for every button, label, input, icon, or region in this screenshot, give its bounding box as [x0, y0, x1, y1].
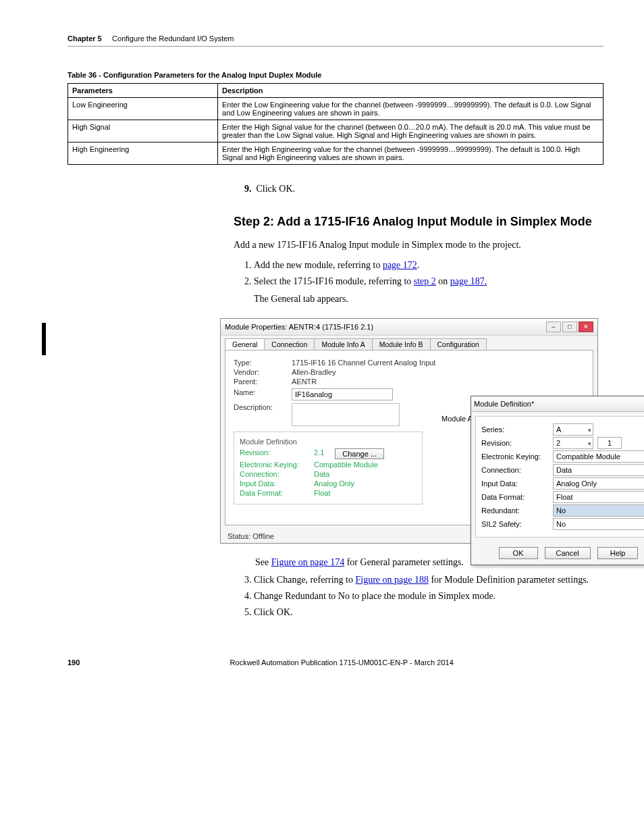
input-data-value: Analog Only: [314, 479, 354, 488]
ek-value: Compatible Module: [314, 461, 378, 469]
step-2-pre: Select the 1715-IF16 module, referring t…: [254, 276, 414, 286]
link-figure-174[interactable]: Figure on page 174: [271, 557, 344, 567]
tab-configuration[interactable]: Configuration: [430, 338, 487, 350]
page-footer: 190 Rockwell Automation Publication 1715…: [68, 658, 603, 667]
td-param: Low Engineering: [68, 98, 218, 120]
step-5-text: Click OK.: [254, 607, 293, 617]
td-param: High Engineering: [68, 142, 218, 165]
ek-combo[interactable]: Compatible Module: [553, 450, 644, 463]
td-desc: Enter the High Engineering value for the…: [218, 142, 603, 165]
popup-input-data-label: Input Data:: [481, 479, 549, 488]
table-row: High Engineering Enter the High Engineer…: [68, 142, 603, 165]
popup-title: Module Definition*: [474, 400, 534, 408]
name-field[interactable]: [292, 388, 393, 400]
series-combo[interactable]: A: [553, 423, 593, 436]
parent-value: AENTR: [292, 377, 317, 386]
popup-revision-label: Revision:: [481, 439, 549, 447]
step-3-post: for Module Definition parameter settings…: [429, 575, 589, 585]
description-field[interactable]: [292, 403, 400, 426]
tab-module-info-b[interactable]: Module Info B: [372, 338, 431, 350]
data-format-value: Float: [314, 489, 330, 497]
td-desc: Enter the High Signal value for the chan…: [218, 120, 603, 142]
vendor-value: Allen-Bradley: [292, 368, 336, 376]
list-item: Click Change, referring to Figure on pag…: [254, 575, 603, 585]
th-description: Description: [218, 84, 603, 98]
tab-connection[interactable]: Connection: [264, 338, 315, 350]
popup-ek-label: Electronic Keying:: [481, 452, 549, 461]
ek-label: Electronic Keying:: [240, 461, 314, 469]
tab-general[interactable]: General: [225, 338, 265, 350]
module-definition-popup: Module Definition* ✕ Series:A Revision:2…: [471, 396, 644, 565]
tab-module-info-a[interactable]: Module Info A: [314, 338, 372, 350]
data-format-combo[interactable]: Float: [553, 491, 644, 503]
change-button[interactable]: Change ...: [335, 448, 384, 459]
tab-strip: General Connection Module Info A Module …: [221, 336, 597, 350]
moddef-group-title: Module Definition: [240, 438, 417, 446]
step-1-post: .: [417, 260, 420, 270]
type-value: 1715-IF16 16 Channel Current Analog Inpu…: [292, 359, 435, 367]
link-page-172[interactable]: page 172: [383, 260, 417, 270]
cancel-button[interactable]: Cancel: [545, 547, 591, 559]
td-param: High Signal: [68, 120, 218, 142]
general-tab-appears: The General tab appears.: [254, 294, 603, 305]
module-properties-dialog: Module Properties: AENTR:4 (1715-IF16 2.…: [220, 318, 598, 544]
revision-minor-spinner[interactable]: 1: [597, 437, 622, 449]
series-label: Series:: [481, 425, 549, 434]
list-item: Change Redundant to No to place the modu…: [254, 591, 603, 602]
link-figure-188[interactable]: Figure on page 188: [355, 575, 428, 585]
list-item: Click OK.: [254, 607, 603, 618]
sil2-combo[interactable]: No: [553, 518, 644, 530]
vendor-label: Vendor:: [234, 368, 292, 376]
step-4-text: Change Redundant to No to place the modu…: [254, 591, 495, 601]
parent-label: Parent:: [234, 377, 292, 386]
chapter-label: Chapter 5: [68, 34, 102, 43]
parameters-table: Parameters Description Low Engineering E…: [68, 83, 603, 165]
module-definition-group: Module Definition Revision:2.1Change ...…: [234, 432, 423, 504]
revision-major-combo[interactable]: 2: [553, 437, 593, 449]
help-button[interactable]: Help: [597, 547, 639, 559]
step-2-mid: on: [436, 276, 450, 286]
step-9-num: 9.: [244, 184, 252, 194]
maximize-button[interactable]: □: [562, 321, 577, 332]
td-desc: Enter the Low Engineering value for the …: [218, 98, 603, 120]
section-heading: Step 2: Add a 1715-IF16 Analog Input Mod…: [234, 215, 603, 229]
list-item: Add the new module, referring to page 17…: [254, 260, 603, 271]
chapter-title: Configure the Redundant I/O System: [112, 34, 234, 43]
ok-button[interactable]: OK: [499, 547, 538, 559]
step-1-pre: Add the new module, referring to: [254, 260, 383, 270]
popup-data-format-label: Data Format:: [481, 493, 549, 501]
page-header: Chapter 5 Configure the Redundant I/O Sy…: [68, 34, 603, 47]
section-intro: Add a new 1715-IF16 Analog Input module …: [234, 240, 603, 251]
redundant-label: Redundant:: [481, 506, 549, 515]
link-page-187[interactable]: page 187.: [450, 276, 487, 286]
input-data-label: Input Data:: [240, 479, 314, 488]
connection-value: Data: [314, 470, 329, 478]
data-format-label: Data Format:: [240, 489, 314, 497]
publication-info: Rockwell Automation Publication 1715-UM0…: [230, 658, 454, 667]
revision-value: 2.1: [314, 448, 324, 459]
step-3-pre: Click Change, referring to: [254, 575, 355, 585]
connection-label: Connection:: [240, 470, 314, 478]
revision-label: Revision:: [240, 448, 314, 459]
name-label: Name:: [234, 388, 292, 400]
input-data-combo[interactable]: Analog Only: [553, 477, 644, 490]
th-parameters: Parameters: [68, 84, 218, 98]
minimize-button[interactable]: –: [546, 321, 561, 332]
revision-bar: [42, 323, 46, 355]
redundant-combo[interactable]: No: [553, 504, 644, 517]
close-button[interactable]: ✕: [579, 321, 593, 332]
type-label: Type:: [234, 359, 292, 367]
connection-combo[interactable]: Data: [553, 464, 644, 476]
step-9: 9. Click OK.: [244, 184, 603, 194]
step-9-text: Click OK.: [257, 184, 296, 194]
table-row: High Signal Enter the High Signal value …: [68, 120, 603, 142]
table-row: Low Engineering Enter the Low Engineerin…: [68, 98, 603, 120]
description-label: Description:: [234, 403, 292, 411]
dialog-title: Module Properties: AENTR:4 (1715-IF16 2.…: [225, 323, 373, 331]
link-step-2[interactable]: step 2: [414, 276, 436, 286]
sil2-label: SIL2 Safety:: [481, 520, 549, 528]
page-number: 190: [68, 658, 80, 667]
popup-connection-label: Connection:: [481, 466, 549, 474]
list-item: Select the 1715-IF16 module, referring t…: [254, 276, 603, 305]
table-caption: Table 36 - Configuration Parameters for …: [68, 71, 603, 79]
